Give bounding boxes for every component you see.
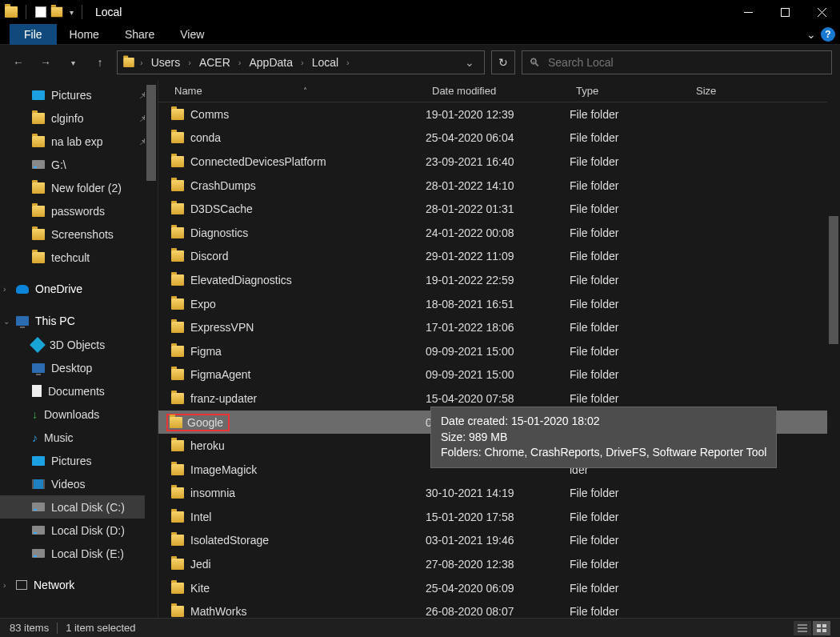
ribbon-collapse-icon[interactable]: ⌄ (806, 28, 816, 41)
column-name[interactable]: Name˄ (168, 85, 426, 97)
sidebar-item[interactable]: ♪Music (0, 426, 158, 449)
qat-properties-icon[interactable] (34, 6, 47, 18)
sidebar-item[interactable]: Screenshots (0, 222, 158, 246)
table-row[interactable]: FigmaAgent09-09-2021 15:00File folder (158, 363, 840, 387)
cell-type: File folder (570, 392, 690, 405)
sidebar-item[interactable]: G:\ (0, 153, 158, 176)
breadcrumb[interactable]: Users (148, 56, 184, 69)
table-row[interactable]: CrashDumps28-01-2022 14:10File folder (158, 174, 840, 198)
tooltip-line: Size: 989 MB (441, 430, 766, 446)
sidebar-item-label: G:\ (51, 158, 66, 171)
table-row[interactable]: ExpressVPN17-01-2022 18:06File folder (158, 315, 840, 339)
sidebar-item[interactable]: Pictures📌︎ (0, 83, 158, 106)
breadcrumb[interactable]: Local (309, 56, 342, 69)
chevron-right-icon[interactable]: › (3, 581, 6, 590)
folder-icon (171, 440, 184, 451)
forward-button[interactable]: → (35, 52, 56, 73)
table-row[interactable]: ElevatedDiagnostics19-01-2022 22:59File … (158, 268, 840, 292)
search-field[interactable] (548, 56, 825, 69)
sidebar-onedrive[interactable]: ›OneDrive (0, 277, 158, 301)
ribbon-tabs: File Home Share View ⌄ ? (0, 24, 840, 45)
crumb-arrow-icon[interactable]: › (138, 58, 145, 67)
table-row[interactable]: Comms19-01-2020 12:39File folder (158, 102, 840, 126)
table-row[interactable]: IsolatedStorage03-01-2021 19:46File fold… (158, 529, 840, 553)
svg-rect-10 (822, 629, 826, 632)
search-input[interactable]: 🔍︎ (522, 50, 832, 74)
titlebar: ▾ Local (0, 0, 840, 24)
svg-rect-9 (817, 629, 821, 632)
table-row[interactable]: D3DSCache28-01-2022 01:31File folder (158, 197, 840, 221)
cell-type: File folder (570, 250, 690, 262)
crumb-arrow-icon[interactable]: › (237, 58, 243, 67)
sidebar-item[interactable]: ↓Downloads (0, 403, 158, 426)
column-date[interactable]: Date modified (426, 85, 570, 97)
tooltip: Date created: 15-01-2020 18:02 Size: 989… (430, 407, 777, 468)
chevron-right-icon[interactable]: › (3, 285, 6, 294)
table-row[interactable]: MathWorks26-08-2020 08:07File folder (158, 599, 840, 618)
sidebar-item[interactable]: 3D Objects (0, 333, 158, 356)
up-button[interactable]: ↑ (90, 52, 110, 73)
table-row[interactable]: Discord29-01-2022 11:09File folder (158, 245, 840, 269)
sidebar-item[interactable]: Documents (0, 379, 158, 403)
crumb-arrow-icon[interactable]: › (299, 58, 306, 67)
maximize-button[interactable] (766, 0, 803, 24)
address-bar[interactable]: › Users › ACER › AppData › Local › ⌄ (117, 50, 485, 74)
table-row[interactable]: conda25-04-2020 06:04File folder (158, 126, 840, 150)
table-row[interactable]: Jedi27-08-2020 12:38File folder (158, 552, 840, 576)
tab-share[interactable]: Share (112, 24, 167, 45)
sidebar-item[interactable]: Local Disk (C:) (0, 495, 158, 519)
table-row[interactable]: insomnia30-10-2021 14:19File folder (158, 482, 840, 506)
view-icons-button[interactable] (813, 621, 830, 635)
breadcrumb[interactable]: AppData (246, 56, 295, 69)
sidebar-item[interactable]: na lab exp📌︎ (0, 130, 158, 153)
sidebar-item[interactable]: clginfo📌︎ (0, 106, 158, 130)
column-headers[interactable]: Name˄ Date modified Type Size (158, 80, 840, 102)
sidebar-item-label: clginfo (51, 112, 83, 125)
qat-customize-icon[interactable]: ▾ (70, 8, 74, 17)
sidebar-network[interactable]: ›Network (0, 573, 158, 597)
table-row[interactable]: Kite25-04-2020 06:09File folder (158, 576, 840, 600)
address-dropdown-icon[interactable]: ⌄ (460, 56, 479, 69)
tab-home[interactable]: Home (57, 24, 112, 45)
crumb-arrow-icon[interactable]: › (345, 58, 351, 67)
close-button[interactable] (803, 0, 840, 24)
crumb-arrow-icon[interactable]: › (186, 58, 193, 67)
table-row[interactable]: Expo18-08-2021 16:51File folder (158, 292, 840, 316)
file-tab[interactable]: File (10, 24, 57, 45)
back-button[interactable]: ← (8, 52, 29, 73)
column-type[interactable]: Type (570, 85, 690, 97)
help-icon[interactable]: ? (821, 27, 835, 42)
qat-newfolder-icon[interactable] (51, 7, 62, 18)
table-row[interactable]: Figma09-09-2021 15:00File folder (158, 339, 840, 363)
sidebar-item[interactable]: techcult (0, 246, 158, 269)
minimize-button[interactable] (730, 0, 766, 24)
recent-dropdown-icon[interactable]: ▾ (62, 52, 83, 73)
cell-name: MathWorks (171, 605, 426, 618)
folder-icon (32, 252, 45, 263)
cell-type: File folder (570, 321, 690, 334)
breadcrumb[interactable]: ACER (196, 56, 234, 69)
cell-name: Comms (171, 108, 426, 121)
content-scrollbar[interactable] (827, 80, 840, 618)
cell-date: 29-01-2022 11:09 (426, 250, 570, 262)
cell-name: FigmaAgent (171, 368, 426, 381)
sidebar-item[interactable]: Videos (0, 472, 158, 495)
column-size[interactable]: Size (690, 85, 770, 97)
view-details-button[interactable] (794, 621, 811, 635)
sidebar-item[interactable]: Local Disk (D:) (0, 519, 158, 542)
sidebar-scrollbar[interactable] (145, 80, 158, 618)
table-row[interactable]: Diagnostics24-01-2022 00:08File folder (158, 221, 840, 245)
sidebar-item[interactable]: Pictures (0, 449, 158, 472)
refresh-button[interactable]: ↻ (491, 50, 515, 74)
sidebar-item[interactable]: Desktop (0, 356, 158, 379)
chevron-down-icon[interactable]: ⌄ (3, 317, 10, 326)
sidebar-item[interactable]: New folder (2) (0, 176, 158, 199)
table-row[interactable]: ConnectedDevicesPlatform23-09-2021 16:40… (158, 150, 840, 174)
file-name: Expo (190, 298, 216, 310)
tab-view[interactable]: View (167, 24, 217, 45)
sidebar-item[interactable]: Local Disk (E:) (0, 542, 158, 565)
sidebar: Pictures📌︎clginfo📌︎na lab exp📌︎G:\New fo… (0, 80, 158, 618)
sidebar-thispc[interactable]: ⌄This PC (0, 309, 158, 333)
sidebar-item[interactable]: passwords (0, 199, 158, 222)
table-row[interactable]: Intel15-01-2020 17:58File folder (158, 505, 840, 529)
